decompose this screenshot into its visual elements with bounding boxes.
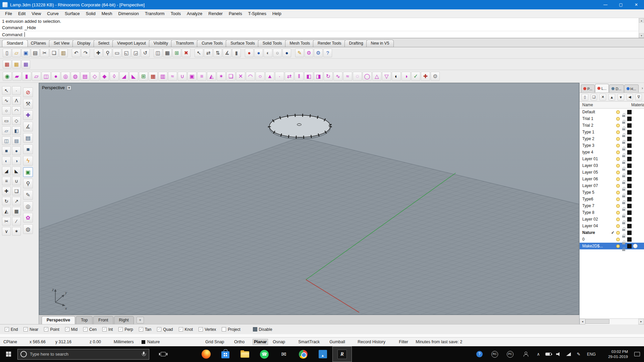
ts-extrude-icon[interactable]: ▤	[80, 72, 90, 81]
chamfer-icon[interactable]: ◣	[12, 167, 21, 175]
ts-check-icon[interactable]: ✓	[411, 72, 420, 81]
blocks-palette-icon[interactable]: ▦	[21, 60, 30, 69]
toolbar-tab[interactable]: New in V5	[366, 40, 394, 47]
toolbar-tab[interactable]: CPlanes	[26, 40, 51, 47]
layer-color-swatch[interactable]	[627, 143, 632, 148]
materials-palette-icon[interactable]: ▦	[12, 60, 21, 69]
osnap-checkbox[interactable]	[23, 327, 28, 331]
layer-color-swatch[interactable]	[627, 110, 632, 114]
layer-visibility-bulb-icon[interactable]	[615, 224, 621, 228]
scroll-left-icon[interactable]: ◂	[580, 319, 585, 324]
rectangle-icon[interactable]: ▭	[2, 116, 11, 125]
osnap-toggle[interactable]: Near	[23, 327, 38, 332]
Type 7[interactable]: Type 7	[580, 202, 644, 209]
print-icon[interactable]: ▤	[31, 49, 40, 57]
extrude-solid-icon[interactable]: ▤	[23, 133, 33, 143]
status-toggle[interactable]: SmartTrack	[298, 340, 329, 344]
layer-color-swatch[interactable]	[627, 177, 632, 181]
layer-visibility-bulb-icon[interactable]	[615, 197, 621, 201]
menu-item[interactable]: Analyze	[184, 11, 205, 16]
delete-layer-icon[interactable]: ✕	[599, 94, 606, 101]
osnap-checkbox[interactable]	[102, 327, 107, 331]
perspective-viewport[interactable]: Perspective ▾ z y x	[39, 83, 579, 315]
menu-item[interactable]: Help	[269, 11, 284, 16]
osnap-toggle[interactable]: Mid	[65, 327, 77, 332]
badge-pc-icon[interactable]: PC	[502, 346, 518, 362]
Nature[interactable]: Nature	[580, 229, 644, 236]
cplane-pane[interactable]: CPlane	[3, 340, 30, 344]
status-toggle[interactable]: Record History	[358, 340, 399, 344]
trim-icon[interactable]: ✂	[2, 217, 11, 226]
gumball-tool-icon[interactable]: ✚	[23, 110, 33, 120]
layer-color-swatch[interactable]	[627, 210, 632, 215]
ts-weld-icon[interactable]: ◆	[100, 72, 109, 81]
Type 2[interactable]: Type 2	[580, 135, 644, 142]
blend-icon[interactable]: ∪	[12, 177, 21, 185]
ts-delete-face-icon[interactable]: ✕	[236, 72, 245, 81]
cut-icon[interactable]: ✂	[40, 49, 49, 57]
move-icon[interactable]: ✚	[2, 187, 11, 195]
tab-layers[interactable]: L...	[595, 84, 609, 93]
layer-visibility-bulb-icon[interactable]	[615, 244, 621, 248]
ts-select-ring-icon[interactable]: ◯	[363, 72, 372, 81]
ts-slide-edge-icon[interactable]: ⇄	[285, 72, 294, 81]
ts-loft-icon[interactable]: ◨	[314, 72, 323, 81]
redo-icon[interactable]: ↷	[81, 49, 90, 57]
viewport-title[interactable]: Perspective ▾	[42, 85, 71, 90]
osnap-toggle[interactable]: Perp	[118, 327, 133, 332]
menu-item[interactable]: Surface	[62, 11, 83, 16]
layer-visibility-bulb-icon[interactable]	[615, 150, 621, 154]
scrollbar-track[interactable]	[585, 319, 638, 324]
osnap-checkbox[interactable]	[179, 327, 183, 331]
layer-visibility-bulb-icon[interactable]	[615, 218, 621, 221]
menu-item[interactable]: Mesh	[99, 11, 115, 16]
raytrace-viewport-icon[interactable]: ●	[282, 49, 291, 57]
mirror-icon[interactable]: ◭	[2, 207, 11, 216]
plane-surface-icon[interactable]: ▱	[2, 126, 11, 135]
status-toggle[interactable]: Ortho	[234, 340, 253, 344]
single-point-icon[interactable]: ∙	[12, 86, 21, 95]
layer-color-swatch[interactable]	[627, 204, 632, 208]
osnap-toggle[interactable]: Cen	[83, 327, 97, 332]
layer-visibility-bulb-icon[interactable]	[615, 157, 621, 161]
layer-visibility-bulb-icon[interactable]	[615, 137, 621, 141]
layer-visibility-bulb-icon[interactable]	[615, 110, 621, 114]
angle-measure-icon[interactable]: ∡	[223, 49, 231, 57]
ts-symmetry-icon[interactable]: ◭	[207, 72, 216, 81]
rotate-icon[interactable]: ↻	[2, 197, 11, 205]
osnap-toggle[interactable]: Tan	[139, 327, 151, 332]
Type 3[interactable]: Type 3	[580, 142, 644, 149]
scrollbar-thumb[interactable]	[585, 319, 609, 324]
mail-icon[interactable]: ✉	[274, 346, 293, 362]
polyline-icon[interactable]: Λ	[12, 96, 21, 105]
move-layer-up-icon[interactable]: ▲	[608, 94, 615, 101]
layer-color-swatch[interactable]	[627, 130, 632, 134]
osnap-checkbox[interactable]	[222, 327, 226, 331]
zoom-dynamic-icon[interactable]: ⚲	[103, 49, 112, 57]
menu-item[interactable]: Transform	[142, 11, 168, 16]
command-input[interactable]: Command:	[0, 31, 644, 38]
active-layer-pane[interactable]: Nature	[142, 340, 205, 344]
help-tray-icon[interactable]: ?	[472, 346, 487, 362]
layer-visibility-bulb-icon[interactable]	[615, 171, 621, 174]
boolean-difference-icon[interactable]: ◑	[12, 157, 21, 165]
Layer 07[interactable]: Layer 07	[580, 182, 644, 189]
layer-color-swatch[interactable]	[627, 217, 632, 222]
sort-order-icon[interactable]: ⇅	[213, 49, 222, 57]
select-arrow-icon[interactable]: ↖	[2, 86, 11, 95]
wireframe-viewport-icon[interactable]: ○	[273, 49, 282, 57]
osnap-checkbox[interactable]	[5, 327, 9, 331]
toolbar-tab[interactable]: Drafting	[344, 40, 368, 47]
layer-visibility-bulb-icon[interactable]	[615, 144, 621, 147]
viewport-tab[interactable]: Perspective	[42, 316, 75, 324]
file-explorer-icon[interactable]	[235, 346, 255, 362]
polygon-icon[interactable]: ◇	[12, 116, 21, 125]
ts-crease-icon[interactable]: ◢	[119, 72, 128, 81]
ts-duplicate-face-icon[interactable]: ❏	[226, 72, 235, 81]
Type 1[interactable]: Type 1	[580, 129, 644, 135]
ts-cylinder-icon[interactable]: ◫	[42, 72, 51, 81]
osnap-checkbox[interactable]	[83, 327, 88, 331]
select-filter-icon[interactable]: ↖	[195, 49, 203, 57]
zoom-window-icon[interactable]: ▭	[113, 49, 121, 57]
ts-match-icon[interactable]: ≈	[168, 72, 177, 81]
